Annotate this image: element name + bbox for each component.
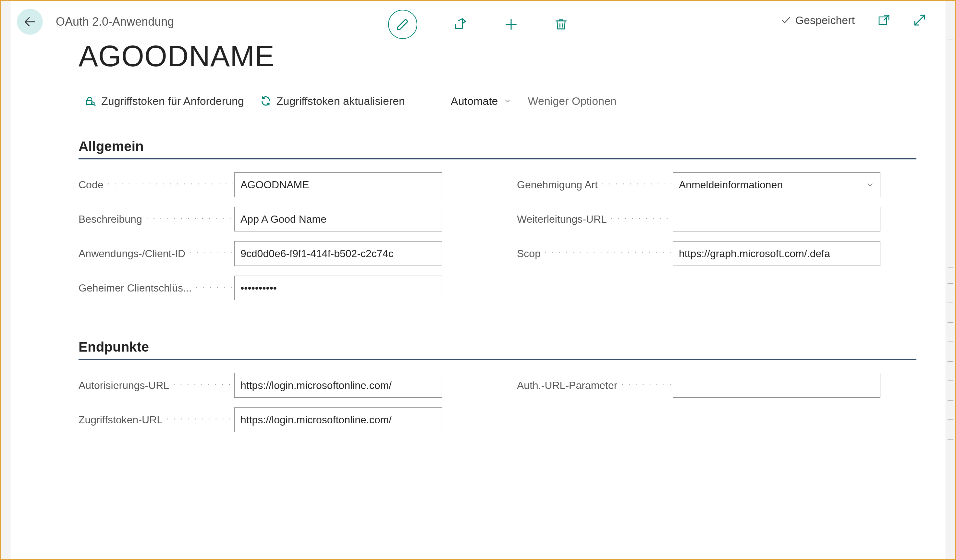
svg-rect-6: [86, 101, 92, 105]
description-label: Beschreibung: [79, 213, 234, 225]
endpoints-col-left: Autorisierungs-URL Zugriffstoken-URL: [79, 373, 478, 442]
saved-indicator: Gespeichert: [780, 14, 855, 27]
page-type-label: OAuth 2.0-Anwendung: [56, 15, 174, 28]
refresh-icon: [260, 96, 271, 107]
trash-icon: [554, 17, 568, 31]
auth-url-params-label: Auth.-URL-Parameter: [517, 379, 673, 392]
token-url-input[interactable]: [234, 407, 442, 432]
client-id-label: Anwendungs-/Client-ID: [79, 248, 234, 260]
redirect-url-input[interactable]: [673, 207, 881, 231]
page-title: AGOODNAME: [79, 39, 946, 73]
scope-label: Scop: [517, 248, 673, 260]
endpoints-col-right: Auth.-URL-Parameter: [517, 373, 917, 442]
share-icon: [453, 17, 468, 32]
section-endpoints: Endpunkte Autorisierungs-URL Zugriffstok…: [79, 339, 917, 442]
code-label: Code: [79, 179, 234, 191]
grant-type-value: Anmeldeinformationen: [679, 179, 783, 191]
edit-button[interactable]: [388, 10, 417, 39]
section-general: Allgemein Code Beschreibung Anwendungs-/…: [79, 138, 917, 310]
action-bar: Zugriffstoken für Anforderung Zugriffsto…: [79, 83, 917, 119]
expand-icon: [913, 14, 926, 27]
request-token-action[interactable]: Zugriffstoken für Anforderung: [85, 95, 244, 107]
fewer-options-action[interactable]: Weniger Optionen: [528, 95, 616, 107]
title-block: AGOODNAME: [10, 39, 946, 73]
back-button[interactable]: [17, 9, 43, 35]
fewer-options-label: Weniger Optionen: [528, 95, 616, 107]
right-gutter[interactable]: [946, 1, 955, 559]
card-page: OAuth 2.0-Anwendung: [10, 1, 946, 559]
section-general-heading: Allgemein: [79, 138, 917, 159]
code-input[interactable]: [234, 172, 442, 197]
token-url-label: Zugriffstoken-URL: [79, 414, 234, 426]
plus-icon: [504, 17, 519, 32]
popout-icon: [877, 14, 890, 27]
automate-label: Automate: [451, 95, 498, 107]
grant-type-select[interactable]: Anmeldeinformationen: [673, 172, 881, 197]
check-icon: [780, 15, 791, 26]
section-endpoints-heading: Endpunkte: [79, 339, 917, 360]
header-right: Gespeichert: [780, 14, 926, 27]
saved-label: Gespeichert: [796, 14, 855, 27]
new-button[interactable]: [504, 17, 519, 32]
chevron-down-icon: [866, 181, 874, 189]
description-input[interactable]: [234, 207, 442, 231]
auth-url-params-input[interactable]: [673, 373, 881, 398]
general-col-left: Code Beschreibung Anwendungs-/Client-ID …: [79, 172, 478, 310]
client-secret-input[interactable]: [234, 275, 442, 300]
refresh-token-action[interactable]: Zugriffstoken aktualisieren: [260, 95, 405, 107]
client-id-input[interactable]: [234, 241, 442, 266]
automate-action[interactable]: Automate: [451, 95, 512, 107]
svg-line-5: [915, 15, 925, 25]
header: OAuth 2.0-Anwendung: [10, 1, 946, 43]
client-secret-label: Geheimer Clientschlüs...: [79, 282, 234, 294]
general-col-right: Genehmigung Art Anmeldeinformationen Wei…: [517, 172, 917, 310]
left-gutter: [1, 1, 10, 559]
pencil-icon: [396, 17, 410, 31]
share-button[interactable]: [453, 17, 468, 32]
delete-button[interactable]: [554, 17, 568, 31]
popout-button[interactable]: [877, 14, 890, 27]
expand-button[interactable]: [913, 14, 926, 27]
arrow-left-icon: [23, 15, 37, 29]
chevron-down-icon: [503, 97, 512, 105]
key-lock-icon: [85, 96, 96, 107]
redirect-url-label: Weiterleitungs-URL: [517, 213, 673, 225]
auth-url-input[interactable]: [234, 373, 442, 398]
auth-url-label: Autorisierungs-URL: [79, 379, 234, 392]
action-divider: [428, 93, 428, 109]
grant-type-label: Genehmigung Art: [517, 179, 673, 191]
refresh-token-label: Zugriffstoken aktualisieren: [277, 95, 405, 107]
header-center-actions: [388, 10, 568, 39]
request-token-label: Zugriffstoken für Anforderung: [101, 95, 244, 107]
scope-input[interactable]: [673, 241, 881, 266]
